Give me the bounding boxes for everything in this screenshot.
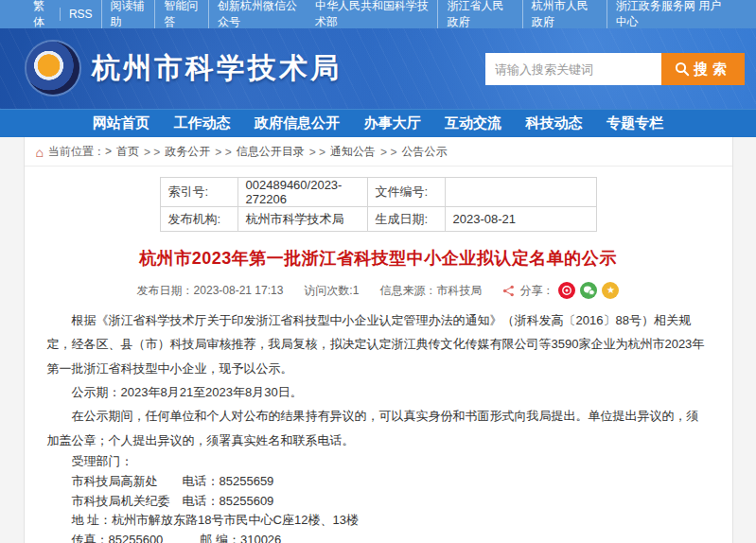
article-title: 杭州市2023年第一批浙江省科技型中小企业拟认定名单的公示 [53,247,704,270]
topbar-link-wechat-account[interactable]: 创新杭州微信公众号 [208,0,307,30]
home-icon: ⌂ [36,146,44,159]
topbar-link-smart-qa[interactable]: 智能问答 [154,0,208,30]
breadcrumb-item-home[interactable]: 首页 [116,144,139,160]
topbar-left-links: 繁体 RSS 阅读辅助 智能问答 创新杭州微信公众号 [25,0,307,30]
breadcrumb-item-info-directory[interactable]: 信息公开目录 [237,144,305,160]
paragraph-address: 地 址：杭州市解放东路18号市民中心C座12楼、13楼 [47,511,710,531]
article-body: 根据《浙江省科学技术厅关于印发浙江省科技型中小企业认定管理办法的通知》（浙科发高… [47,308,710,543]
visit-count: 访问次数:1 [304,283,359,299]
brand: 杭州市科学技术局 [26,42,342,95]
weibo-eye-glyph [561,285,572,296]
paragraph-publicity-period: 公示期：2023年8月21至2023年8月30日。 [47,380,710,404]
breadcrumb: ⌂ 当前位置：> 首页 > > 政务公开 > > 信息公开目录 > > 通知公告… [25,137,732,166]
share-group: 分享： ★ [502,282,619,299]
breadcrumb-label: 当前位置：> [48,144,112,160]
paragraph-accepting-department: 受理部门： [47,452,710,472]
topbar-link-reading-aid[interactable]: 阅读辅助 [101,0,155,30]
nav-tech-news[interactable]: 科技动态 [526,114,583,132]
paragraph-objection: 在公示期间，任何单位和个人对公布的结果持有异议的，可以真实身份和书面形式向我局提… [47,404,710,452]
breadcrumb-item-announcements[interactable]: 公告公示 [401,144,447,160]
utility-topbar: 繁体 RSS 阅读辅助 智能问答 创新杭州微信公众号 中华人民共和国科学技术部 … [0,0,756,28]
topbar-link-hangzhou-gov[interactable]: 杭州市人民政府 [522,0,607,30]
breadcrumb-separator: > > [215,146,231,159]
search-button[interactable]: 搜索 [661,53,745,85]
breadcrumb-separator: > > [380,146,396,159]
content-card: ⌂ 当前位置：> 首页 > > 政务公开 > > 信息公开目录 > > 通知公告… [24,137,733,543]
paragraph-discipline-committee-phone: 市科技局机关纪委 电话：85255609 [47,492,710,512]
index-number-value: 002489460/2023-272206 [237,178,367,207]
doc-info-table: 索引号: 002489460/2023-272206 文件编号: 发布机构: 杭… [160,177,597,232]
topbar-link-most[interactable]: 中华人民共和国科学技术部 [307,0,437,30]
breadcrumb-item-notices[interactable]: 通知公告 [330,144,376,160]
search-button-label: 搜索 [694,61,731,79]
info-source: 信息来源：市科技局 [379,283,482,299]
wechat-bubbles-glyph [583,285,595,296]
topbar-link-zhejiang-gov[interactable]: 浙江省人民政府 [437,0,521,30]
search-input[interactable] [485,53,661,85]
share-icon [502,285,515,297]
publish-date: 发布日期：2023-08-21 17:13 [137,283,284,299]
article-meta: 发布日期：2023-08-21 17:13 访问次数:1 信息来源：市科技局 分… [25,282,732,299]
qzone-icon[interactable]: ★ [602,282,619,299]
topbar-link-traditional[interactable]: 繁体 [25,0,60,30]
publisher-value: 杭州市科学技术局 [237,207,367,232]
breadcrumb-separator: > > [309,146,325,159]
nav-gov-info[interactable]: 政府信息公开 [255,114,340,132]
topbar-link-rss[interactable]: RSS [60,8,101,21]
nav-service-hall[interactable]: 办事大厅 [364,114,421,132]
nav-interaction[interactable]: 互动交流 [445,114,501,132]
created-date-value: 2023-08-21 [445,207,596,232]
main-nav: 网站首页 工作动态 政府信息公开 办事大厅 互动交流 科技动态 专题专栏 [0,109,756,137]
breadcrumb-separator: > > [144,146,160,159]
index-number-label: 索引号: [160,178,237,207]
share-label: 分享： [519,283,554,299]
weibo-icon[interactable] [558,282,575,299]
site-title: 杭州市科学技术局 [92,49,342,88]
paragraph-basis: 根据《浙江省科学技术厅关于印发浙江省科技型中小企业认定管理办法的通知》（浙科发高… [47,308,710,380]
search-icon [675,61,690,77]
wechat-icon[interactable] [580,282,597,299]
table-row: 索引号: 002489460/2023-272206 文件编号: [160,178,596,207]
search-bar: 搜索 [485,53,745,85]
doc-number-label: 文件编号: [367,178,445,207]
paragraph-fax-zipcode: 传真：85255600 邮 编：310026 [47,531,710,543]
site-logo[interactable] [26,42,79,95]
nav-work-news[interactable]: 工作动态 [174,114,231,132]
breadcrumb-item-gov-affairs[interactable]: 政务公开 [165,144,210,160]
publisher-label: 发布机构: [160,207,237,232]
table-row: 发布机构: 杭州市科学技术局 生成日期: 2023-08-21 [160,207,596,232]
site-header: 杭州市科学技术局 搜索 [0,28,756,109]
created-date-label: 生成日期: [367,207,445,232]
doc-number-value [445,178,596,207]
topbar-link-zjzwfw-user-center[interactable]: 浙江政务服务网 用户中心 [607,0,731,30]
topbar-right-links: 中华人民共和国科学技术部 浙江省人民政府 杭州市人民政府 浙江政务服务网 用户中… [307,0,731,30]
paragraph-hightech-division-phone: 市科技局高新处 电话：85255659 [47,472,710,492]
nav-special-topics[interactable]: 专题专栏 [607,114,663,132]
nav-home[interactable]: 网站首页 [93,114,149,132]
